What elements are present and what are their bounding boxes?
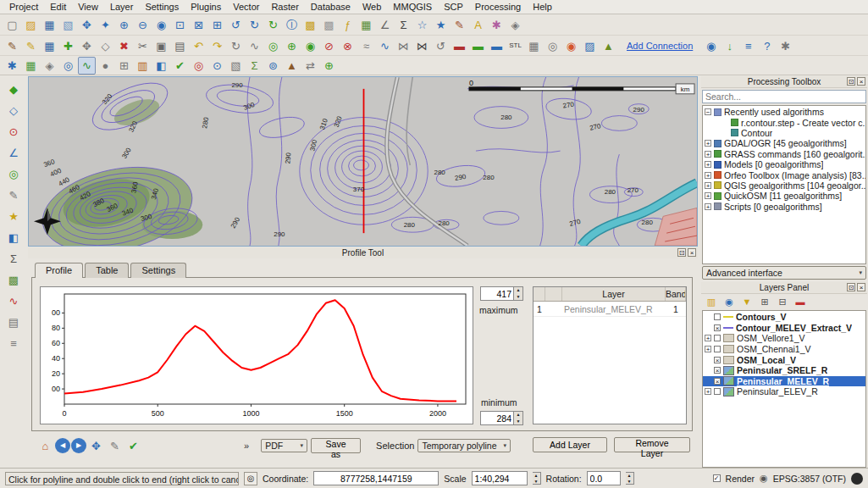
- maximum-spin-arrows[interactable]: ▲▼: [514, 286, 523, 301]
- expander-icon[interactable]: +: [705, 388, 711, 395]
- layer-visibility-checkbox[interactable]: ×: [714, 367, 721, 374]
- layer-visibility-checkbox[interactable]: ×: [714, 324, 721, 331]
- redo-icon[interactable]: ↷: [208, 37, 226, 55]
- layer-order-icon[interactable]: ≡: [5, 335, 23, 352]
- menu-view[interactable]: View: [72, 2, 104, 12]
- toolbar-extension-icon[interactable]: »: [244, 441, 249, 451]
- profile-tool-icon[interactable]: ∿: [78, 57, 96, 75]
- minimum-input[interactable]: [480, 411, 514, 425]
- python-console-icon[interactable]: ≡: [739, 37, 757, 55]
- expander-icon[interactable]: +: [705, 203, 711, 210]
- heatmap-icon[interactable]: ◉: [562, 37, 580, 55]
- topology-checker-icon[interactable]: ✔: [171, 57, 189, 75]
- group-orfeo-toolbox[interactable]: + Orfeo Toolbox (Image analysis) [83...: [703, 169, 865, 180]
- expander-icon[interactable]: +: [705, 161, 711, 168]
- text-annotation-icon[interactable]: ✎: [451, 16, 468, 34]
- scale-input[interactable]: [472, 471, 528, 485]
- group-gdal-ogr[interactable]: + GDAL/OGR [45 geoalgorithms]: [703, 138, 865, 148]
- help-contents-icon[interactable]: ?: [758, 37, 776, 55]
- annot-tool-icon[interactable]: ✎: [5, 186, 23, 204]
- maximum-input[interactable]: [480, 286, 514, 301]
- zoom-last-icon[interactable]: ↺: [227, 16, 245, 34]
- alg-contour[interactable]: Contour: [703, 128, 865, 138]
- zoom-in-icon[interactable]: ⊕: [115, 16, 133, 34]
- menu-layer[interactable]: Layer: [104, 2, 140, 12]
- paste-features-icon[interactable]: ▤: [171, 37, 189, 55]
- open-project-icon[interactable]: ▨: [22, 16, 40, 34]
- gps-information-icon[interactable]: ◎: [190, 57, 207, 75]
- add-layer-button[interactable]: Add Layer: [533, 437, 607, 452]
- menu-vector[interactable]: Vector: [227, 2, 265, 12]
- dock-float-icon[interactable]: ⊡: [847, 77, 855, 86]
- spin-down-icon[interactable]: ▼: [626, 479, 633, 485]
- expander-icon[interactable]: +: [705, 172, 711, 179]
- add-ring-icon[interactable]: ◎: [264, 37, 282, 55]
- spin-up-icon[interactable]: ▲: [514, 412, 522, 419]
- interface-mode-select[interactable]: Advanced interface ▾: [702, 266, 866, 280]
- table-row[interactable]: 1 Peninsular_MELEV_R 1: [534, 302, 686, 317]
- expander-icon[interactable]: +: [705, 182, 711, 189]
- delete-selected-icon[interactable]: ✖: [115, 37, 133, 55]
- expander-icon[interactable]: −: [705, 108, 711, 115]
- layer-visibility-checkbox[interactable]: [714, 388, 721, 395]
- manage-map-themes-icon[interactable]: ◉: [721, 295, 737, 309]
- layer-visibility-checkbox[interactable]: [714, 346, 721, 352]
- decorations-icon[interactable]: ◈: [506, 16, 524, 34]
- spin-down-icon[interactable]: ▼: [533, 479, 540, 485]
- map-canvas[interactable]: 0 km 32032030036040044046042038036034030…: [28, 76, 698, 247]
- layer-visibility-checkbox[interactable]: ×: [714, 378, 721, 385]
- pan-map-icon[interactable]: ✥: [78, 16, 96, 34]
- copy-features-icon[interactable]: ▣: [152, 37, 170, 55]
- measure-tool-icon[interactable]: ∠: [5, 144, 23, 162]
- group-models[interactable]: + Models [0 geoalgorithms]: [703, 159, 865, 169]
- processing-search-input[interactable]: [702, 90, 866, 103]
- expand-all-icon[interactable]: ⊞: [757, 295, 772, 309]
- profile-line-tool-icon[interactable]: ∿: [5, 292, 23, 310]
- group-quickosm[interactable]: + QuickOSM [11 geoalgorithms]: [703, 191, 865, 201]
- add-feature-icon[interactable]: ✚: [59, 37, 77, 55]
- bookmarks-tool-icon[interactable]: ★: [5, 208, 23, 225]
- menu-scp[interactable]: SCP: [438, 2, 469, 12]
- zonal-stats-tool-icon[interactable]: ▩: [5, 271, 23, 289]
- expander-icon[interactable]: [705, 378, 711, 385]
- alg-rcontour-step[interactable]: r.contour.step - Create vector c...: [703, 117, 865, 127]
- save-as-button[interactable]: Save as: [311, 438, 361, 453]
- zoom-to-layer-icon[interactable]: ⊞: [208, 16, 226, 34]
- home-extent-icon[interactable]: ⌂: [36, 437, 54, 455]
- merge-features-icon[interactable]: ⋈: [413, 37, 431, 55]
- quickosm-icon[interactable]: ⊕: [320, 57, 338, 75]
- expander-icon[interactable]: [705, 313, 711, 320]
- georeferencer-icon[interactable]: ◎: [544, 37, 561, 55]
- spin-down-icon[interactable]: ▼: [514, 419, 522, 425]
- road-graph-icon[interactable]: ⇄: [301, 57, 319, 75]
- scp-classification-icon[interactable]: ▬: [488, 37, 506, 55]
- osm-download-icon[interactable]: ↓: [721, 37, 738, 55]
- scp-roi-icon[interactable]: ▬: [469, 37, 487, 55]
- menu-settings[interactable]: Settings: [139, 2, 185, 12]
- delete-ring-icon[interactable]: ⊘: [320, 37, 338, 55]
- quickmapservices-icon[interactable]: ◎: [59, 57, 77, 75]
- remove-layer-button[interactable]: Remove Layer: [614, 437, 690, 452]
- mouse-position-toggle-icon[interactable]: ◎: [244, 472, 257, 485]
- menu-raster[interactable]: Raster: [265, 2, 304, 12]
- gps-tools-icon[interactable]: ◎: [5, 165, 23, 183]
- export-format-select[interactable]: PDF ▾: [261, 439, 307, 452]
- expander-icon[interactable]: [705, 357, 711, 363]
- menu-mmqgis[interactable]: MMQGIS: [387, 2, 438, 12]
- menu-edit[interactable]: Edit: [44, 2, 72, 12]
- group-grass-commands[interactable]: + GRASS commands [160 geoalgorit...: [703, 149, 865, 159]
- layer-peninsular-elev-r[interactable]: + Peninsular_ELEV_R: [703, 386, 865, 397]
- tab-settings[interactable]: Settings: [130, 263, 186, 278]
- terrain-analysis-icon[interactable]: ▲: [600, 37, 617, 55]
- deselect-features-icon[interactable]: ▩: [320, 16, 338, 34]
- add-connection-link[interactable]: Add Connection: [627, 41, 693, 51]
- layer-visibility-checkbox[interactable]: [714, 335, 721, 341]
- minimum-spin-arrows[interactable]: ▲▼: [514, 411, 523, 425]
- expander-icon[interactable]: [721, 119, 728, 126]
- fill-ring-icon[interactable]: ◉: [301, 37, 319, 55]
- spin-up-icon[interactable]: ▲: [514, 287, 522, 294]
- dock-float-icon[interactable]: ⊡: [847, 283, 855, 291]
- new-bookmark-icon[interactable]: ☆: [413, 16, 431, 34]
- raster-terrain-icon[interactable]: ▲: [283, 57, 301, 75]
- apply-icon[interactable]: ✔: [124, 437, 142, 455]
